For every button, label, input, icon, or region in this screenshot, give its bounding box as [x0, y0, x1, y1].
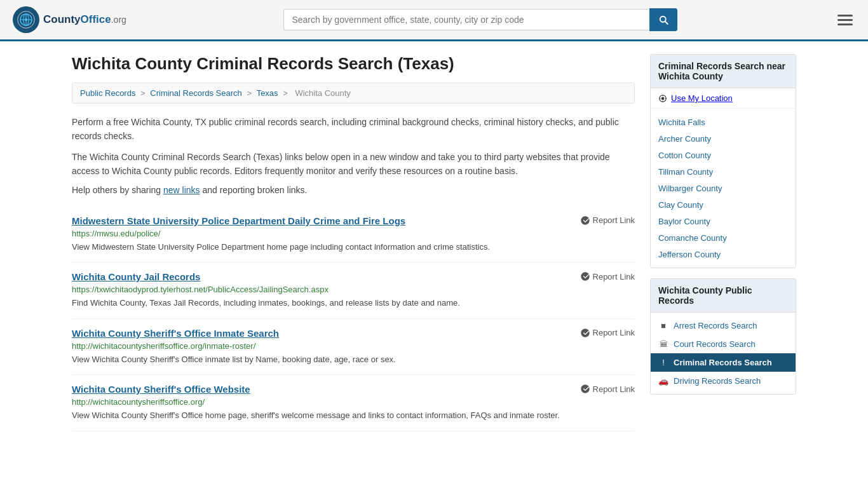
header: CountyOffice.org — [0, 0, 868, 41]
description-1: Perform a free Wichita County, TX public… — [72, 115, 635, 144]
new-links-link[interactable]: new links — [163, 185, 200, 195]
arrest-link[interactable]: Arrest Records Search — [674, 321, 757, 330]
result-url-0: https://mwsu.edu/police/ — [72, 229, 635, 238]
sidebar-item-archer[interactable]: Archer County — [651, 130, 796, 147]
help-text-pre: Help others by sharing — [72, 185, 163, 195]
use-location-link[interactable]: Use My Location — [671, 93, 733, 103]
content-area: Wichita County Criminal Records Search (… — [72, 54, 635, 431]
svg-point-5 — [25, 18, 27, 21]
breadcrumb-sep-1: > — [140, 88, 147, 98]
result-url-2: http://wichitacountysheriffsoffice.org/i… — [72, 341, 635, 351]
search-button[interactable] — [649, 8, 677, 31]
logo-text: CountyOffice.org — [43, 13, 126, 26]
court-link[interactable]: Court Records Search — [674, 339, 756, 349]
sidebar-item-cotton[interactable]: Cotton County — [651, 147, 796, 163]
results-list: Midwestern State University Police Depar… — [72, 207, 635, 431]
breadcrumb-wichita: Wichita County — [295, 88, 350, 98]
report-icon-0 — [580, 215, 590, 226]
result-desc-1: Find Wichita County, Texas Jail Records,… — [72, 297, 635, 309]
report-link-0[interactable]: Report Link — [580, 215, 635, 226]
result-title-1[interactable]: Wichita County Jail Records — [72, 271, 200, 282]
use-location-button[interactable]: Use My Location — [651, 88, 796, 109]
result-desc-0: View Midwestern State University Police … — [72, 241, 635, 254]
location-icon — [658, 94, 667, 103]
result-url-3: http://wichitacountysheriffsoffice.org/ — [72, 397, 635, 407]
logo-area: CountyOffice.org — [13, 6, 126, 33]
report-icon-3 — [580, 384, 590, 394]
criminal-link[interactable]: Criminal Records Search — [674, 358, 772, 367]
report-icon-1 — [580, 271, 590, 281]
report-link-3[interactable]: Report Link — [580, 384, 635, 394]
arrest-icon: ■ — [658, 321, 668, 330]
sidebar-item-tillman[interactable]: Tillman County — [651, 163, 796, 180]
sidebar-item-comanche[interactable]: Comanche County — [651, 229, 796, 246]
sidebar-item-baylor[interactable]: Baylor County — [651, 213, 796, 229]
menu-line-3 — [837, 24, 853, 25]
court-icon: 🏛 — [658, 339, 668, 349]
menu-button[interactable] — [835, 12, 855, 28]
sidebar-item-wichita-falls[interactable]: Wichita Falls — [651, 114, 796, 130]
result-url-1: https://txwichitaodyprod.tylerhost.net/P… — [72, 285, 635, 294]
driving-icon: 🚗 — [658, 376, 668, 386]
report-icon-2 — [580, 328, 590, 338]
result-desc-2: View Wichita County Sheriff's Office inm… — [72, 353, 635, 366]
search-icon — [658, 14, 669, 25]
nearby-list: Wichita Falls Archer County Cotton Count… — [651, 109, 796, 268]
sidebar-item-jefferson[interactable]: Jefferson County — [651, 246, 796, 262]
sidebar-nearby-header: Criminal Records Search near Wichita Cou… — [651, 55, 796, 88]
driving-link[interactable]: Driving Records Search — [674, 376, 761, 386]
report-link-2[interactable]: Report Link — [580, 328, 635, 338]
sidebar-item-clay[interactable]: Clay County — [651, 196, 796, 213]
public-records-list: ■ Arrest Records Search 🏛 Court Records … — [651, 313, 796, 394]
sidebar-court-records[interactable]: 🏛 Court Records Search — [651, 335, 796, 353]
breadcrumb: Public Records > Criminal Records Search… — [72, 83, 635, 104]
description-2: The Wichita County Criminal Records Sear… — [72, 150, 635, 179]
menu-line-1 — [837, 15, 853, 17]
result-item-1: Wichita County Jail Records Report Link … — [72, 262, 635, 319]
breadcrumb-texas[interactable]: Texas — [257, 88, 278, 98]
breadcrumb-sep-2: > — [247, 88, 254, 98]
result-title-3[interactable]: Wichita County Sheriff's Office Website — [72, 384, 250, 395]
sidebar-nearby-section: Criminal Records Search near Wichita Cou… — [650, 54, 796, 268]
result-item-0: Midwestern State University Police Depar… — [72, 207, 635, 263]
help-text: Help others by sharing new links and rep… — [72, 185, 635, 195]
sidebar-public-records-header: Wichita County Public Records — [651, 279, 796, 313]
breadcrumb-public-records[interactable]: Public Records — [80, 88, 135, 98]
menu-line-2 — [837, 19, 853, 21]
breadcrumb-criminal-records[interactable]: Criminal Records Search — [150, 88, 242, 98]
search-input[interactable] — [283, 9, 649, 30]
breadcrumb-sep-3: > — [283, 88, 290, 98]
sidebar-item-wilbarger[interactable]: Wilbarger County — [651, 180, 796, 196]
sidebar-public-records-section: Wichita County Public Records ■ Arrest R… — [650, 278, 796, 395]
criminal-icon: ! — [658, 358, 668, 367]
report-link-1[interactable]: Report Link — [580, 271, 635, 281]
main-container: Wichita County Criminal Records Search (… — [59, 41, 809, 444]
result-item-3: Wichita County Sheriff's Office Website … — [72, 375, 635, 431]
help-text-post: and reporting broken links. — [200, 185, 308, 195]
page-title: Wichita County Criminal Records Search (… — [72, 54, 635, 74]
sidebar-arrest-records[interactable]: ■ Arrest Records Search — [651, 316, 796, 335]
sidebar-criminal-records[interactable]: ! Criminal Records Search — [651, 353, 796, 372]
search-bar-container — [283, 8, 677, 31]
sidebar-driving-records[interactable]: 🚗 Driving Records Search — [651, 372, 796, 390]
sidebar: Criminal Records Search near Wichita Cou… — [650, 54, 796, 431]
logo-icon — [13, 6, 39, 33]
svg-point-6 — [661, 97, 665, 100]
result-desc-3: View Wichita County Sheriff's Office hom… — [72, 409, 635, 422]
result-title-2[interactable]: Wichita County Sheriff's Office Inmate S… — [72, 328, 279, 339]
result-item-2: Wichita County Sheriff's Office Inmate S… — [72, 319, 635, 376]
result-title-0[interactable]: Midwestern State University Police Depar… — [72, 215, 405, 226]
